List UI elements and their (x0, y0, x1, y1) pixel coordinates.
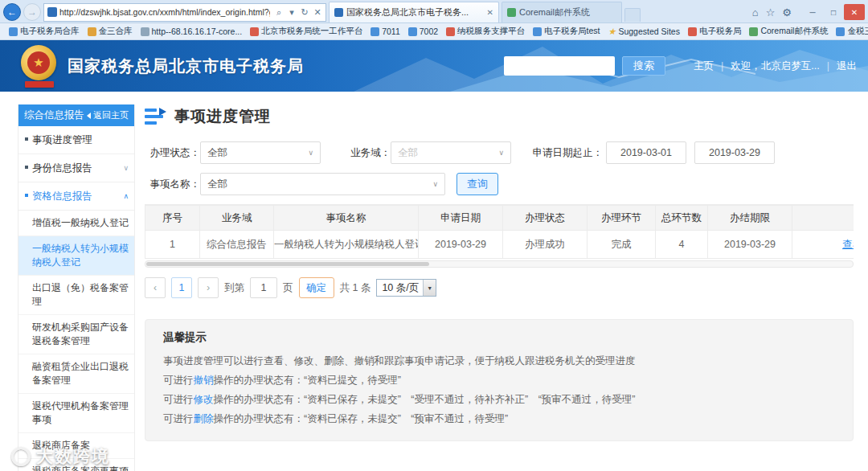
sidebar-subitem[interactable]: 退税商店备案 (18, 433, 134, 459)
favorites-star-icon[interactable]: ☆ (766, 6, 776, 18)
bookmark-icon (9, 27, 18, 36)
favorite-item[interactable]: 纳税服务支撑平台 (442, 23, 529, 39)
sidebar-subitem[interactable]: 融资租赁企业出口退税备案管理 (18, 354, 134, 394)
favorite-item[interactable]: 金三合库 (84, 23, 137, 39)
site-search-input[interactable] (504, 56, 615, 76)
column-header: 申请日期 (419, 206, 503, 231)
url-dropdown-icon[interactable]: ▾ (285, 7, 298, 18)
chevron-down-icon: ∨ (308, 149, 313, 157)
national-emblem-logo: ★ (21, 45, 56, 80)
home-icon[interactable]: ⌂ (752, 6, 759, 18)
back-icon[interactable]: ← (3, 3, 21, 21)
sidebar-subitem[interactable]: 研发机构采购国产设备退税备案管理 (18, 315, 134, 354)
separator: | (827, 60, 829, 72)
favorite-label: Suggested Sites (618, 27, 679, 36)
favorite-item[interactable]: 电子税务局 (684, 23, 746, 39)
favorite-item[interactable]: Coremail邮件系统 (745, 23, 832, 39)
scrollbar-thumb[interactable] (146, 262, 429, 266)
bullet-icon (25, 194, 28, 197)
stop-icon[interactable]: ✕ (311, 7, 324, 18)
new-tab-button[interactable] (624, 8, 641, 22)
browser-tab-inactive[interactable]: Coremail邮件系统 (502, 2, 622, 23)
favorite-item[interactable]: 电子税务局test (529, 23, 604, 39)
bullet-icon (25, 166, 28, 169)
sidebar-item-identity[interactable]: 身份信息报告∨ (18, 154, 134, 182)
minimize-icon[interactable]: ─ (802, 4, 823, 20)
column-header: 业务域 (200, 206, 274, 231)
favorite-label: http--68.16.16.17-core... (152, 27, 243, 36)
home-link[interactable]: 主页 (694, 59, 714, 73)
sidebar-subitem[interactable]: 出口退（免）税备案管理 (18, 276, 134, 315)
horizontal-scrollbar[interactable] (145, 260, 854, 268)
query-button[interactable]: 查询 (457, 173, 498, 195)
welcome-user-text: 欢迎，北京启梦互... (731, 59, 819, 73)
url-input[interactable] (57, 4, 272, 21)
site-search-button[interactable]: 搜索 (622, 56, 665, 76)
chevron-down-icon: ∨ (498, 149, 504, 157)
cell-seq: 1 (145, 231, 200, 259)
sidebar-item-progress[interactable]: 事项进度管理 (18, 126, 134, 154)
page-title-icon (145, 108, 166, 125)
table-row: 1 综合信息报告 一般纳税人转为小规模纳税人登记 2019-03-29 办理成功… (145, 231, 854, 259)
tab-label: 国家税务总局北京市电子税务... (346, 6, 484, 18)
forward-icon[interactable]: → (23, 3, 41, 21)
current-page[interactable]: 1 (171, 277, 192, 298)
view-link[interactable]: 查看 (842, 239, 854, 250)
favorite-item[interactable]: 7002 (404, 23, 442, 39)
favorite-item[interactable]: http--68.16.16.17-core... (137, 23, 247, 39)
date-from-input[interactable]: 2019-03-01 (606, 141, 686, 164)
tab-close-icon[interactable]: ✕ (487, 8, 493, 17)
favorite-label: 金税三期税收管理系统 (847, 26, 868, 37)
modify-keyword: 修改 (194, 394, 214, 405)
next-page-button[interactable]: › (198, 277, 219, 298)
close-icon[interactable]: ✕ (844, 4, 865, 20)
star-icon: ★ (608, 27, 616, 36)
logout-link[interactable]: 退出 (837, 59, 857, 73)
results-table: 序号 业务域 事项名称 申请日期 办理状态 办理环节 总环节数 办结期限 1 综… (145, 205, 854, 259)
confirm-page-button[interactable]: 确定 (299, 277, 334, 298)
favorite-label: 7002 (420, 27, 438, 36)
page-size-select[interactable]: 10 条/页▼ (376, 279, 436, 297)
favorite-item[interactable]: 金税三期税收管理系统 (832, 23, 868, 39)
cell-domain: 综合信息报告 (200, 231, 274, 259)
back-arrow-icon (87, 113, 91, 119)
bookmark-icon (250, 27, 259, 36)
cell-total-steps: 4 (656, 231, 708, 259)
favorite-label: 北京市税务局统一工作平台 (261, 26, 362, 37)
refresh-icon[interactable]: ↻ (298, 7, 311, 18)
domain-select[interactable]: 全部∨ (391, 141, 511, 164)
status-select[interactable]: 全部∨ (200, 141, 321, 164)
prev-page-button[interactable]: ‹ (145, 277, 166, 298)
favorite-item[interactable]: 北京市税务局统一工作平台 (246, 23, 366, 39)
tips-line: 可进行修改操作的办理状态有：“资料已保存，未提交” “受理不通过，待补齐补正” … (163, 390, 835, 409)
browser-chrome: ← → ⌕ ▾ ↻ ✕ 国家税务总局北京市电子税务... ✕ Coremail邮… (0, 0, 868, 23)
status-filter-label: 办理状态： (145, 146, 200, 160)
settings-gear-icon[interactable]: ⚙ (782, 6, 792, 18)
sidebar-subitem[interactable]: 退税商店备案变更事项 (18, 459, 134, 471)
favorites-bar: 电子税务局合库 金三合库 http--68.16.16.17-core... 北… (0, 23, 868, 40)
maximize-icon[interactable]: □ (823, 4, 844, 20)
date-to-input[interactable]: 2019-03-29 (694, 141, 775, 164)
sidebar-item-qualification[interactable]: 资格信息报告∧ (18, 182, 134, 211)
sidebar-subitem-selected[interactable]: 一般纳税人转为小规模纳税人登记 (18, 236, 134, 276)
goto-page-input[interactable] (250, 277, 277, 298)
sidebar-subitem[interactable]: 退税代理机构备案管理事项 (18, 394, 134, 433)
name-select[interactable]: 全部∨ (200, 173, 445, 195)
page-title: 事项进度管理 (174, 106, 271, 127)
sidebar: 综合信息报告 返回主页 事项进度管理 身份信息报告∨ 资格信息报告∧ 增值税一般… (18, 104, 135, 471)
search-icon[interactable]: ⌕ (272, 7, 285, 18)
goto-label: 到第 (224, 281, 244, 295)
pagination: ‹ 1 › 到第 页 确定 共 1 条 10 条/页▼ (145, 277, 854, 298)
chevron-down-icon: ∨ (432, 180, 438, 188)
address-bar[interactable]: ⌕ ▾ ↻ ✕ (43, 3, 326, 22)
favorite-label: 7011 (382, 27, 400, 36)
chevron-down-icon: ∨ (123, 162, 129, 174)
results-table-wrap: 序号 业务域 事项名称 申请日期 办理状态 办理环节 总环节数 办结期限 1 综… (145, 204, 854, 259)
browser-tab-active[interactable]: 国家税务总局北京市电子税务... ✕ (329, 2, 499, 23)
favorite-item[interactable]: 电子税务局合库 (5, 23, 84, 39)
back-to-home-link[interactable]: 返回主页 (87, 109, 129, 121)
favorite-item[interactable]: ★Suggested Sites (604, 23, 684, 39)
sidebar-subitem[interactable]: 增值税一般纳税人登记 (18, 211, 134, 236)
bookmark-icon (688, 27, 697, 36)
favorite-item[interactable]: 7011 (366, 23, 404, 39)
